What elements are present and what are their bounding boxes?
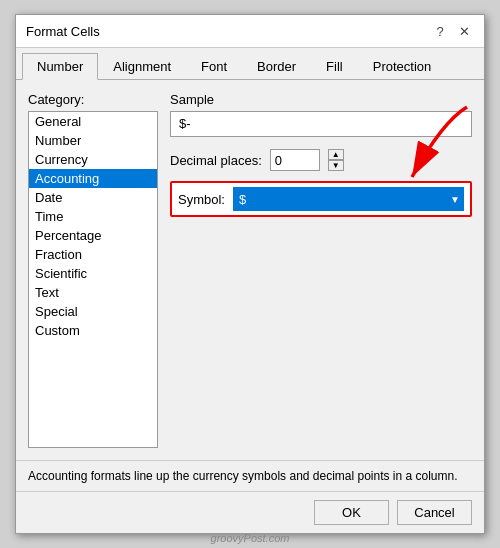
symbol-label: Symbol: — [178, 192, 225, 207]
category-label: Category: — [28, 92, 158, 107]
category-item[interactable]: General — [29, 112, 157, 131]
symbol-row: Symbol: $€£¥None ▼ — [170, 181, 472, 217]
category-item[interactable]: Time — [29, 207, 157, 226]
tab-fill[interactable]: Fill — [311, 53, 358, 80]
sample-label: Sample — [170, 92, 472, 107]
category-item[interactable]: Number — [29, 131, 157, 150]
category-item[interactable]: Scientific — [29, 264, 157, 283]
description-text: Accounting formats line up the currency … — [28, 469, 458, 483]
description-bar: Accounting formats line up the currency … — [16, 460, 484, 491]
category-item[interactable]: Fraction — [29, 245, 157, 264]
title-bar: Format Cells ? ✕ — [16, 15, 484, 48]
sample-section: Sample $- — [170, 92, 472, 137]
tab-alignment[interactable]: Alignment — [98, 53, 186, 80]
title-bar-controls: ? ✕ — [430, 21, 474, 41]
category-list[interactable]: GeneralNumberCurrencyAccountingDateTimeP… — [28, 111, 158, 448]
category-panel: Category: GeneralNumberCurrencyAccountin… — [28, 92, 158, 448]
category-item[interactable]: Currency — [29, 150, 157, 169]
category-item[interactable]: Date — [29, 188, 157, 207]
tab-number[interactable]: Number — [22, 53, 98, 80]
spin-down-button[interactable]: ▼ — [328, 160, 344, 171]
decimal-places-row: Decimal places: ▲ ▼ — [170, 149, 472, 171]
tab-bar: Number Alignment Font Border Fill Protec… — [16, 48, 484, 80]
sample-value: $- — [170, 111, 472, 137]
right-panel: Sample $- Decimal places: ▲ ▼ Symbol: $€… — [170, 92, 472, 448]
dialog-title: Format Cells — [26, 24, 100, 39]
decimal-places-input[interactable] — [270, 149, 320, 171]
tab-protection[interactable]: Protection — [358, 53, 447, 80]
tab-font[interactable]: Font — [186, 53, 242, 80]
watermark: groovyPost.com — [211, 532, 290, 544]
ok-button[interactable]: OK — [314, 500, 389, 525]
cancel-button[interactable]: Cancel — [397, 500, 472, 525]
spin-up-button[interactable]: ▲ — [328, 149, 344, 160]
symbol-select-wrapper[interactable]: $€£¥None ▼ — [233, 187, 464, 211]
help-button[interactable]: ? — [430, 21, 450, 41]
close-button[interactable]: ✕ — [454, 21, 474, 41]
main-content: Category: GeneralNumberCurrencyAccountin… — [16, 80, 484, 460]
category-item[interactable]: Percentage — [29, 226, 157, 245]
format-cells-dialog: Format Cells ? ✕ Number Alignment Font B… — [15, 14, 485, 534]
symbol-select[interactable]: $€£¥None — [233, 187, 464, 211]
decimal-places-label: Decimal places: — [170, 153, 262, 168]
category-item[interactable]: Accounting — [29, 169, 157, 188]
category-item[interactable]: Special — [29, 302, 157, 321]
category-item[interactable]: Custom — [29, 321, 157, 340]
tab-border[interactable]: Border — [242, 53, 311, 80]
category-item[interactable]: Text — [29, 283, 157, 302]
button-bar: OK Cancel — [16, 491, 484, 533]
decimal-spinner: ▲ ▼ — [328, 149, 344, 171]
